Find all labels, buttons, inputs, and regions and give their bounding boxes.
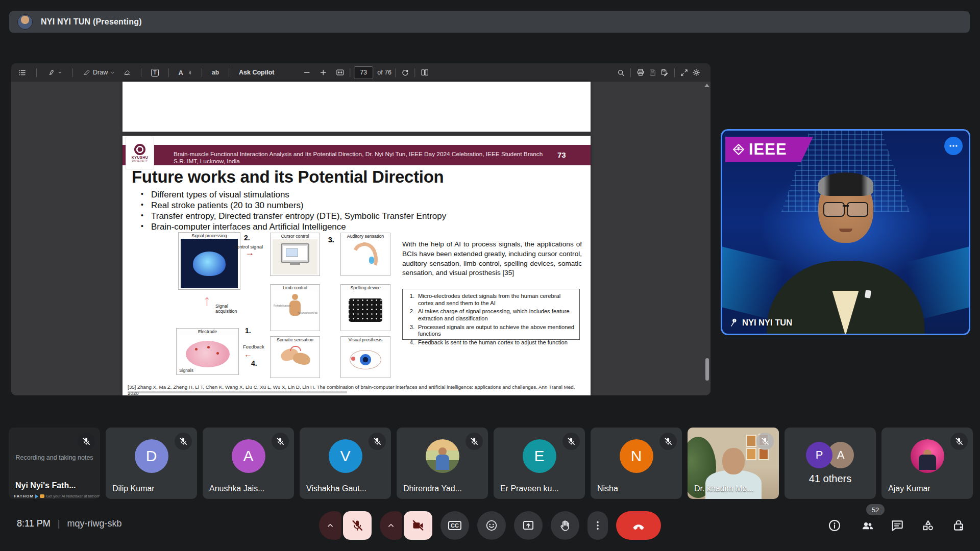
settings-button[interactable]	[690, 67, 702, 78]
page-number-input[interactable]	[354, 66, 373, 79]
page-view-button[interactable]	[419, 67, 431, 78]
ask-copilot-button[interactable]: Ask Copilot	[237, 68, 276, 77]
pdf-page-current: KYUSHU UNIVERSITY Brain-muscle Functiona…	[122, 136, 591, 395]
participant-tile[interactable]: Ajay Kumar	[881, 428, 973, 499]
mic-off-icon	[78, 433, 95, 450]
camera-button[interactable]	[404, 511, 432, 540]
speaker-name: NYI NYI TUN	[742, 318, 792, 328]
activities-button[interactable]	[921, 518, 935, 533]
kyushu-logo: KYUSHU UNIVERSITY	[126, 137, 154, 169]
search-button[interactable]	[615, 67, 627, 78]
lock-icon	[951, 518, 966, 533]
captions-button[interactable]: CC	[440, 511, 469, 540]
people-icon	[861, 518, 875, 533]
people-button[interactable]	[861, 518, 875, 533]
zoom-in-button[interactable]	[317, 67, 329, 78]
kyushu-crest-icon	[134, 144, 145, 155]
avatar-photo	[911, 439, 944, 473]
presenter-name: NYI NYI TUN (Presenting)	[41, 17, 142, 27]
mic-off-icon	[562, 433, 580, 450]
bullet-item: Transfer entropy, Directed transfer entr…	[151, 211, 446, 221]
zoom-out-button[interactable]	[301, 67, 312, 78]
toc-button[interactable]	[16, 67, 28, 78]
participant-tile[interactable]: V Vishakha Gaut...	[300, 428, 391, 499]
bullet-item: Real stroke patients (20 to 30 numbers)	[151, 201, 304, 211]
draw-button[interactable]: Draw	[81, 67, 117, 78]
speaker-tile[interactable]: IEEE NYI NYI TUN	[721, 129, 970, 335]
pin-icon	[728, 317, 739, 328]
chevron-up-icon	[326, 521, 335, 530]
slide-numbered-list: 1.Micro-electrodes detect signals from t…	[402, 289, 580, 340]
participant-name: Dilip Kumar	[112, 484, 155, 493]
more-options-button[interactable]	[587, 511, 608, 540]
pdf-canvas: KYUSHU UNIVERSITY Brain-muscle Functiona…	[11, 82, 710, 395]
present-icon	[522, 519, 535, 532]
control-signal-arrow: →	[245, 247, 254, 258]
fathom-watermark: FATHOMGet your AI Notetaker at fathom.vi…	[14, 494, 100, 498]
raise-hand-button[interactable]	[551, 511, 579, 540]
diagram-box-spelling-device: Spelling device	[340, 284, 390, 331]
chat-icon	[890, 518, 904, 533]
eye-illustration	[350, 350, 381, 369]
scrollbar-thumb[interactable]	[705, 358, 709, 381]
end-call-button[interactable]	[616, 511, 661, 540]
highlighter-button[interactable]	[45, 67, 64, 78]
chevron-down-icon	[57, 70, 63, 76]
spelling-device-illustration	[349, 298, 382, 322]
participant-tile[interactable]: A Anushka Jais...	[203, 428, 294, 499]
mic-off-icon	[659, 433, 677, 450]
participant-tile[interactable]: D Dilip Kumar	[106, 428, 197, 499]
add-text-button[interactable]: T	[150, 68, 160, 78]
smile-icon	[485, 519, 498, 532]
more-others-tile[interactable]: P A 41 others	[785, 428, 876, 499]
fullscreen-button[interactable]	[678, 67, 690, 78]
mic-options-button[interactable]	[319, 511, 341, 540]
presenter-banner: NYI NYI TUN (Presenting)	[9, 11, 970, 33]
participant-name: Dhirendra Yad...	[403, 484, 462, 493]
participant-name: Anushka Jais...	[209, 484, 265, 493]
translate-button[interactable]: ab	[210, 68, 220, 77]
mic-off-icon	[756, 433, 774, 450]
participant-tile[interactable]: N Nisha	[591, 428, 682, 499]
tile-options-button[interactable]	[944, 137, 963, 155]
participant-tile[interactable]: E Er Praveen ku...	[494, 428, 585, 499]
mic-off-icon	[175, 433, 192, 450]
mic-off-icon	[351, 519, 364, 532]
participant-tile[interactable]: Recording and taking notes Nyi Nyi's Fat…	[9, 428, 100, 499]
phone-down-icon	[631, 518, 646, 533]
participant-tile[interactable]: Dhirendra Yad...	[397, 428, 488, 499]
eraser-button[interactable]	[121, 67, 133, 78]
slide-paragraph: With the help of AI to process signals, …	[402, 240, 582, 278]
save-as-button[interactable]	[658, 67, 671, 78]
print-button[interactable]	[634, 67, 647, 78]
ear-illustration	[349, 239, 382, 274]
participant-name: Ajay Kumar	[888, 484, 930, 493]
info-button[interactable]	[827, 518, 842, 533]
avatar: N	[620, 439, 653, 473]
chevron-down-icon	[110, 70, 115, 76]
present-button[interactable]	[514, 511, 543, 540]
camera-options-button[interactable]	[380, 511, 402, 540]
save-button[interactable]	[647, 67, 658, 78]
avatar: P	[806, 442, 832, 468]
diagram-box-auditory: Auditory sensation	[340, 233, 390, 276]
mic-off-icon	[950, 433, 968, 450]
host-controls-button[interactable]	[951, 518, 966, 533]
participant-name: Dr. khadim Mo...	[694, 484, 753, 493]
reactions-button[interactable]	[477, 511, 506, 540]
brain-illustration	[193, 252, 226, 276]
slide-title: Future works and its Potential Direction	[132, 167, 444, 187]
read-aloud-button[interactable]: A	[177, 68, 193, 78]
speaker-face	[818, 176, 873, 243]
mic-button[interactable]	[343, 511, 372, 540]
bullet-item: Brain-computer interfaces and Artificial…	[151, 222, 346, 232]
fit-width-button[interactable]	[334, 67, 346, 78]
pdf-scrollbar[interactable]	[704, 83, 709, 394]
play-icon	[35, 494, 38, 498]
slide-header-text: Brain-muscle Functional Interaction Anal…	[174, 151, 551, 165]
participant-tile[interactable]: Dr. khadim Mo...	[688, 428, 779, 499]
rotate-button[interactable]	[399, 67, 411, 78]
scroll-up-arrow[interactable]	[704, 84, 709, 87]
chat-button[interactable]	[890, 518, 904, 533]
chevron-up-icon	[386, 521, 396, 530]
